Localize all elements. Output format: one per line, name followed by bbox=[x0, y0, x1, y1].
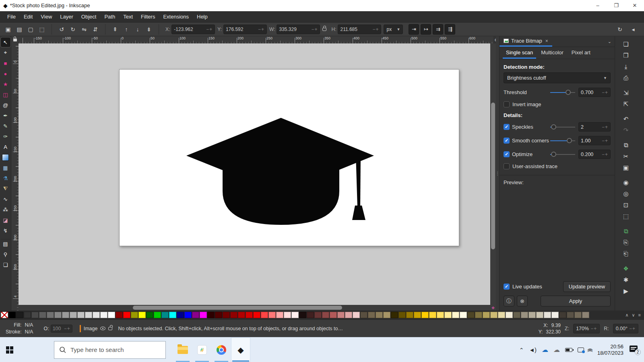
optimize-slider[interactable] bbox=[550, 152, 575, 157]
measure-tool[interactable]: ▤ bbox=[1, 239, 10, 249]
color-swatch[interactable] bbox=[421, 312, 429, 318]
vertical-ruler[interactable]: 0501001502002503003504 bbox=[11, 43, 19, 311]
duplicate-icon[interactable]: ⧉ bbox=[621, 226, 631, 237]
pen-tool[interactable]: ✒ bbox=[1, 111, 10, 120]
scale-gradient-toggle[interactable]: ⇉ bbox=[433, 24, 443, 35]
color-swatch[interactable] bbox=[536, 312, 543, 318]
color-swatch[interactable] bbox=[559, 312, 566, 318]
clone-icon[interactable]: ⎘ bbox=[621, 237, 631, 248]
color-swatch[interactable] bbox=[551, 312, 559, 318]
dock-resize-handle[interactable]: ⋮ bbox=[496, 36, 499, 311]
info-button[interactable]: ⓘ bbox=[504, 296, 514, 306]
optimize-checkbox[interactable]: ✓ bbox=[504, 151, 510, 157]
y-field[interactable]: 176.592 −+ bbox=[223, 25, 267, 34]
color-swatch[interactable] bbox=[299, 312, 306, 318]
horizontal-scrollbar-thumb[interactable] bbox=[133, 306, 342, 310]
layer-visibility-eye-icon[interactable] bbox=[100, 327, 105, 330]
w-spin-buttons[interactable]: −+ bbox=[311, 27, 318, 32]
color-swatch[interactable] bbox=[284, 312, 291, 318]
save-icon[interactable]: ⤓ bbox=[621, 62, 631, 72]
search-input[interactable] bbox=[70, 346, 151, 353]
color-swatch[interactable] bbox=[414, 312, 421, 318]
dropper-tool[interactable]: ⚗ bbox=[1, 173, 10, 183]
rotate-cw-icon[interactable]: ↻ bbox=[68, 24, 78, 35]
taskbar-search[interactable] bbox=[54, 341, 166, 359]
threshold-slider[interactable] bbox=[550, 90, 575, 95]
zoom-tool[interactable]: ⚲ bbox=[1, 249, 10, 259]
close-dialog-icon[interactable]: × bbox=[545, 38, 548, 44]
y-spin-buttons[interactable]: −+ bbox=[258, 27, 264, 32]
color-swatch[interactable] bbox=[16, 312, 23, 318]
color-swatch[interactable] bbox=[368, 312, 375, 318]
color-swatch[interactable] bbox=[307, 312, 314, 318]
color-swatch[interactable] bbox=[47, 312, 54, 318]
color-swatch[interactable] bbox=[207, 312, 215, 318]
speckles-value-field[interactable]: 2 −+ bbox=[578, 122, 611, 132]
notification-center-icon[interactable]: 2 bbox=[629, 346, 639, 354]
menu-filters[interactable]: Filters bbox=[137, 11, 159, 22]
invert-image-checkbox[interactable] bbox=[504, 101, 510, 107]
battery-icon[interactable] bbox=[565, 348, 572, 352]
color-swatch[interactable] bbox=[123, 312, 130, 318]
palette-scroll-up-icon[interactable]: ∧ bbox=[625, 313, 628, 318]
zoom-spin-buttons[interactable]: −+ bbox=[590, 326, 597, 331]
color-swatch[interactable] bbox=[376, 312, 383, 318]
scale-pattern-toggle[interactable]: ⇶ bbox=[445, 24, 455, 35]
paint-bucket-tool[interactable]: ⧨ bbox=[1, 184, 10, 193]
vertical-scrollbar-thumb[interactable] bbox=[491, 103, 495, 249]
color-swatch[interactable] bbox=[276, 312, 283, 318]
tab-multicolor[interactable]: Multicolor bbox=[538, 48, 567, 59]
color-swatch[interactable] bbox=[574, 312, 582, 318]
detection-mode-dropdown[interactable]: Brightness cutoff ▼ bbox=[504, 72, 611, 83]
menu-view[interactable]: View bbox=[37, 11, 56, 22]
color-swatch[interactable] bbox=[490, 312, 497, 318]
color-swatch[interactable] bbox=[85, 312, 92, 318]
symbols-icon[interactable]: ❖ bbox=[621, 263, 631, 274]
stroke-value[interactable]: N/A bbox=[25, 329, 33, 335]
color-swatch[interactable] bbox=[452, 312, 459, 318]
taskbar-file-explorer[interactable] bbox=[173, 337, 192, 362]
x-field[interactable]: -123.962 −+ bbox=[171, 25, 215, 34]
menu-layer[interactable]: Layer bbox=[56, 11, 77, 22]
color-swatch[interactable] bbox=[582, 312, 589, 318]
color-swatch[interactable] bbox=[444, 312, 452, 318]
optimize-spin-buttons[interactable]: −+ bbox=[602, 152, 608, 157]
lock-ratio-icon[interactable] bbox=[322, 28, 326, 31]
flip-horizontal-icon[interactable]: ⇋ bbox=[79, 24, 89, 35]
snap-toggle-icon[interactable]: ↻ bbox=[615, 24, 625, 35]
taskbar-chrome[interactable] bbox=[212, 337, 231, 362]
swatch-none[interactable] bbox=[1, 312, 8, 318]
threshold-value-field[interactable]: 0.700 −+ bbox=[578, 88, 611, 97]
h-spin-buttons[interactable]: −+ bbox=[372, 27, 379, 32]
color-swatch[interactable] bbox=[70, 312, 77, 318]
color-swatch[interactable] bbox=[116, 312, 123, 318]
xml-editor-icon[interactable]: ✱ bbox=[621, 275, 631, 285]
color-swatch[interactable] bbox=[177, 312, 184, 318]
opacity-field[interactable]: 100 −+ bbox=[51, 325, 72, 333]
connector-tool[interactable]: ↯ bbox=[1, 226, 10, 235]
taskbar-slack[interactable]: # bbox=[192, 337, 212, 362]
color-swatch[interactable] bbox=[322, 312, 329, 318]
node-tool[interactable]: ⌖ bbox=[1, 48, 10, 58]
color-swatch[interactable] bbox=[406, 312, 413, 318]
tab-single-scan[interactable]: Single scan bbox=[503, 48, 536, 59]
ellipse-tool[interactable]: ● bbox=[1, 69, 10, 78]
smooth-corners-checkbox[interactable]: ✓ bbox=[504, 138, 510, 144]
h-field[interactable]: 211.685 −+ bbox=[338, 25, 381, 34]
selector-tool[interactable]: ↖ bbox=[1, 37, 10, 47]
color-swatch[interactable] bbox=[184, 312, 192, 318]
color-swatch[interactable] bbox=[353, 312, 360, 318]
color-swatch[interactable] bbox=[215, 312, 222, 318]
taskbar-inkscape[interactable]: ◆ bbox=[231, 337, 250, 362]
mesh-gradient-tool[interactable]: ▦ bbox=[1, 163, 10, 173]
color-swatch[interactable] bbox=[360, 312, 367, 318]
restore-button[interactable]: ❐ bbox=[607, 0, 625, 11]
palette-menu-icon[interactable]: ≡ bbox=[638, 313, 641, 318]
cut-icon[interactable]: ✂ bbox=[621, 151, 631, 162]
copy-icon[interactable]: ⧉ bbox=[621, 140, 631, 150]
horizontal-scrollbar[interactable] bbox=[19, 305, 490, 311]
menu-path[interactable]: Path bbox=[100, 11, 119, 22]
cloud-sync-icon[interactable]: ☁ bbox=[553, 346, 560, 354]
select-all-icon[interactable]: ▣ bbox=[3, 24, 13, 35]
optimize-value-field[interactable]: 0.200 −+ bbox=[578, 150, 611, 159]
